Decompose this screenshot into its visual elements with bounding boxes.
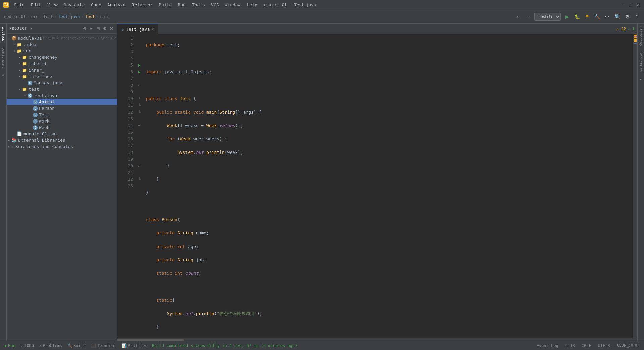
run-config-select[interactable]: Test (1) bbox=[534, 13, 561, 21]
menu-window[interactable]: Window bbox=[222, 2, 244, 8]
run-status-button[interactable]: ▶ Run bbox=[3, 343, 17, 349]
help-button[interactable]: ? bbox=[633, 13, 641, 21]
profiler-status-button[interactable]: 📊 Profiler bbox=[120, 343, 149, 349]
tree-item-testjava[interactable]: ▾ C Test.java bbox=[7, 92, 117, 99]
tree-item-module01[interactable]: ▾ 📦 module-01 D:\IDEA Project\procect-01… bbox=[7, 35, 117, 41]
menu-refactor[interactable]: Refactor bbox=[129, 2, 156, 8]
menu-tools[interactable]: Tools bbox=[189, 2, 208, 8]
menu-edit[interactable]: Edit bbox=[28, 2, 44, 8]
tree-item-test-class[interactable]: C Test bbox=[7, 112, 117, 118]
tree-item-animal[interactable]: C Animal bbox=[7, 99, 117, 105]
tree-item-person[interactable]: C Person bbox=[7, 105, 117, 112]
menu-analyze[interactable]: Analyze bbox=[105, 2, 128, 8]
fold-icon-10[interactable]: └ bbox=[138, 97, 141, 101]
tree-item-inner[interactable]: ▸ 📁 inner_ bbox=[7, 67, 117, 73]
menu-help[interactable]: Help bbox=[244, 2, 260, 8]
fold-icon-8[interactable]: ⌐ bbox=[138, 83, 141, 88]
breadcrumb-file[interactable]: Test.java bbox=[58, 14, 80, 19]
h-scrollbar[interactable] bbox=[117, 338, 637, 341]
structure-panel-label-left[interactable]: Structure bbox=[0, 46, 6, 70]
charset-indicator[interactable]: UTF-8 bbox=[596, 343, 612, 349]
menu-view[interactable]: View bbox=[45, 2, 60, 8]
run-gutter-icon-5[interactable]: ▶ bbox=[138, 63, 140, 68]
todo-status-button[interactable]: ☑ TODO bbox=[19, 343, 36, 349]
build-button[interactable]: 🔨 bbox=[593, 13, 601, 21]
search-button[interactable]: 🔍 bbox=[613, 13, 621, 21]
favorites-panel-label[interactable]: ★ bbox=[638, 74, 644, 84]
collapse-all-button[interactable]: ≡ bbox=[88, 26, 94, 32]
breadcrumb-module[interactable]: module-01 bbox=[4, 14, 26, 19]
navigate-forward-button[interactable]: → bbox=[524, 13, 532, 21]
tree-item-interface[interactable]: ▾ 📁 Interface bbox=[7, 73, 117, 80]
menu-file[interactable]: File bbox=[11, 2, 27, 8]
menu-navigate[interactable]: Navigate bbox=[61, 2, 88, 8]
branch-indicator[interactable]: CSDN_@哔哔 bbox=[615, 342, 641, 349]
terminal-status-button[interactable]: ⬛ Terminal bbox=[89, 343, 118, 349]
tree-item-test-folder[interactable]: ▾ 📁 test bbox=[7, 86, 117, 92]
problems-status-button[interactable]: ⚠ Problems bbox=[37, 343, 64, 349]
more-button[interactable]: ⋯ bbox=[603, 13, 611, 21]
gutter-10[interactable]: └ bbox=[136, 95, 143, 102]
gutter-12[interactable]: └ bbox=[136, 109, 143, 116]
tree-item-monkey[interactable]: C Monkey.java bbox=[7, 80, 117, 86]
coverage-button[interactable]: ☂ bbox=[583, 13, 591, 21]
tree-item-week[interactable]: C Week bbox=[7, 124, 117, 131]
gutter-6[interactable]: ▶ bbox=[136, 69, 143, 75]
tree-item-src[interactable]: ▾ 📁 src bbox=[7, 48, 117, 54]
structure-panel-label[interactable]: Structure bbox=[638, 49, 644, 75]
hide-panel-button[interactable]: ✕ bbox=[108, 26, 114, 32]
hierarchy-panel-label[interactable]: Hierarchy bbox=[638, 24, 644, 49]
line-col-indicator[interactable]: 6:18 bbox=[563, 343, 577, 349]
tree-item-changemoney[interactable]: ▸ 📁 changeMoney bbox=[7, 54, 117, 60]
fold-icon-14[interactable]: ⌐ bbox=[138, 124, 141, 128]
left-side-panel: Project Structure ★ bbox=[0, 24, 7, 341]
breadcrumb-class[interactable]: Test bbox=[85, 14, 95, 19]
close-button[interactable]: ✕ bbox=[636, 3, 641, 7]
run-button[interactable]: ▶ bbox=[563, 13, 571, 21]
minimize-button[interactable]: ─ bbox=[621, 3, 626, 7]
project-panel-label[interactable]: Project bbox=[0, 25, 6, 44]
editor-content[interactable]: 1 2 3 4 5 6 7 8 9 10 11 12 13 14 15 16 1… bbox=[117, 34, 637, 338]
maximize-button[interactable]: □ bbox=[629, 3, 633, 7]
tab-testjava[interactable]: ☕ Test.java ✕ bbox=[117, 24, 158, 34]
settings-button[interactable]: ⚙ bbox=[623, 13, 631, 21]
gutter-8[interactable]: ⌐ bbox=[136, 82, 143, 89]
navigate-back-button[interactable]: ← bbox=[514, 13, 522, 21]
menu-code[interactable]: Code bbox=[88, 2, 104, 8]
fold-icon-20[interactable]: ⌐ bbox=[138, 164, 141, 168]
tree-item-iml[interactable]: 📄 module-01.iml bbox=[7, 131, 117, 137]
fold-icon-11[interactable]: └ bbox=[138, 103, 141, 108]
build-status-button[interactable]: 🔨 Build bbox=[65, 343, 88, 349]
tab-close-button[interactable]: ✕ bbox=[152, 27, 154, 31]
menu-vcs[interactable]: VCS bbox=[208, 2, 221, 8]
event-log-link[interactable]: Event Log bbox=[535, 343, 560, 349]
locate-file-button[interactable]: ⊕ bbox=[82, 26, 88, 32]
todo-label: TODO bbox=[24, 343, 34, 348]
tree-item-idea[interactable]: ▸ 📁 .idea bbox=[7, 41, 117, 48]
breadcrumb-src[interactable]: src bbox=[31, 14, 38, 19]
gutter-20[interactable]: ⌐ bbox=[136, 163, 143, 169]
gutter-5[interactable]: ▶ bbox=[136, 62, 143, 69]
debug-button[interactable]: 🐛 bbox=[573, 13, 581, 21]
fold-icon-12[interactable]: └ bbox=[138, 110, 141, 115]
breadcrumb-test[interactable]: test bbox=[43, 14, 53, 19]
tree-item-work[interactable]: C Work bbox=[7, 118, 117, 124]
breadcrumb-method[interactable]: main bbox=[100, 14, 110, 19]
toggle-button[interactable]: ⊟ bbox=[95, 26, 101, 32]
gutter-22[interactable]: └ bbox=[136, 176, 143, 183]
gutter-11[interactable]: └ bbox=[136, 102, 143, 109]
tree-item-inherit[interactable]: ▸ 📁 inherit bbox=[7, 60, 117, 67]
menu-run[interactable]: Run bbox=[175, 2, 188, 8]
bookmarks-panel-label[interactable]: ★ bbox=[0, 71, 6, 80]
encoding-indicator[interactable]: CRLF bbox=[580, 343, 593, 349]
h-scroll-thumb[interactable] bbox=[117, 339, 184, 341]
tree-item-extlibs[interactable]: ▸ 📚 External Libraries bbox=[7, 137, 117, 143]
gutter-14[interactable]: ⌐ bbox=[136, 122, 143, 129]
menu-build[interactable]: Build bbox=[156, 2, 174, 8]
settings-tree-button[interactable]: ⚙ bbox=[102, 26, 108, 32]
run-gutter-icon-6[interactable]: ▶ bbox=[138, 70, 140, 74]
tree-item-scratches[interactable]: ▸ ✏ Scratches and Consoles bbox=[7, 143, 117, 150]
tree-arrow-scratches: ▸ bbox=[7, 145, 11, 148]
fold-icon-22[interactable]: └ bbox=[138, 177, 141, 182]
code-area[interactable]: package test; import java.util.Objects; … bbox=[143, 34, 633, 338]
